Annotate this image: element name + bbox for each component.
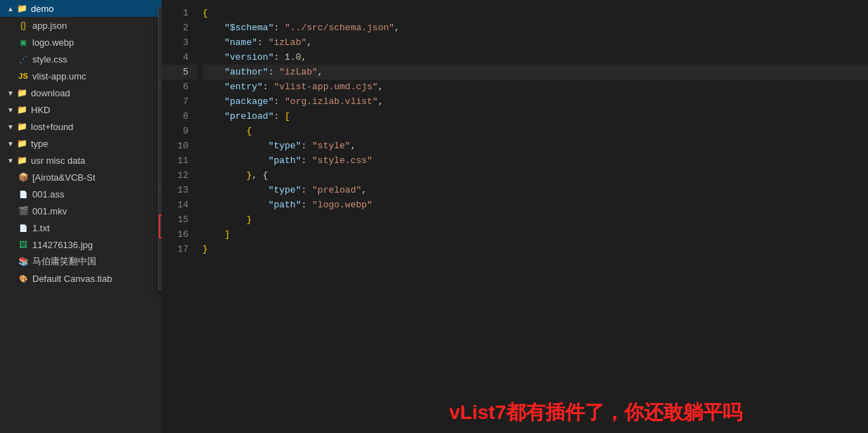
menu-item-cut[interactable]: ✂ 剪切 — [159, 89, 162, 112]
code-line: "entry": "vlist-app.umd.cjs", — [202, 79, 868, 94]
canvas-file-icon: 🎨 — [17, 272, 30, 285]
chevron-down-icon: ▼ — [6, 89, 15, 97]
tree-item-logo-webp[interactable]: ▣ logo.webp — [0, 34, 162, 51]
chevron-up-icon: ▲ — [6, 5, 15, 13]
chevron-down-icon: ▼ — [6, 106, 15, 114]
line-num: 14 — [162, 198, 197, 212]
book-file-icon: 📚 — [17, 255, 30, 268]
tree-item-001-ass[interactable]: 📄 001.ass — [0, 186, 162, 202]
folder-icon: 📁 — [15, 120, 28, 133]
context-menu: ⊕ 创建 ⇅ 上传 ↻ 刷新 ✂ 剪切 ⧉ 复制 🗑 删除 ⊟ 重命名 — [158, 7, 162, 290]
code-line: "type": "preload", — [202, 183, 868, 198]
line-num-active: 5 — [162, 65, 197, 79]
css-file-icon: ⋰ — [17, 53, 30, 65]
json-file-icon: {} — [17, 19, 30, 32]
menu-item-delete[interactable]: 🗑 删除 — [159, 136, 162, 160]
tree-root[interactable]: ▲ 📁 demo — [0, 0, 162, 17]
code-line: "path": "logo.webp" — [202, 198, 868, 212]
file-label: 001.mkv — [32, 206, 67, 216]
txt-file-icon: 📄 — [17, 221, 30, 234]
menu-item-upload[interactable]: ⇅ 上传 — [159, 34, 162, 58]
code-line: "$schema": "../src/schema.json", — [202, 20, 868, 35]
folder-label: lost+found — [31, 122, 73, 132]
line-num: 4 — [162, 50, 197, 65]
line-num: 13 — [162, 183, 197, 198]
tree-item-HKD[interactable]: ▼ 📁 HKD — [0, 101, 162, 118]
file-label: app.json — [32, 20, 67, 31]
code-line: } — [202, 242, 868, 257]
code-area[interactable]: { "$schema": "../src/schema.json", "name… — [197, 0, 868, 433]
line-num: 1 — [162, 6, 197, 20]
menu-item-refresh[interactable]: ↻ 刷新 — [159, 58, 162, 82]
tree-item-app-json[interactable]: {} app.json — [0, 17, 162, 34]
file-label: 1.txt — [32, 223, 50, 233]
tree-item-canvas[interactable]: 🎨 Default Canvas.tiab — [0, 270, 162, 287]
folder-icon: 📁 — [15, 137, 28, 150]
folder-icon: 📦 — [17, 171, 30, 183]
menu-item-import[interactable]: 导入VIIST应用 — [159, 214, 162, 238]
tree-item-lost-found[interactable]: ▼ 📁 lost+found — [0, 118, 162, 135]
tree-item-1-txt[interactable]: 📄 1.txt — [0, 219, 162, 236]
code-line: "package": "org.izlab.vlist", — [202, 94, 868, 109]
tree-item-usr-misc[interactable]: ▼ 📁 usr misc data — [0, 152, 162, 169]
folder-icon: 📁 — [15, 103, 28, 116]
menu-item-copy[interactable]: ⧉ 复制 — [159, 112, 162, 136]
editor-panel: 1 2 3 4 5 6 7 8 9 10 11 12 13 14 15 16 1… — [162, 0, 868, 433]
file-label: 001.ass — [32, 189, 65, 200]
tree-item-download[interactable]: ▼ 📁 download — [0, 84, 162, 101]
code-line: { — [202, 124, 868, 138]
line-num: 15 — [162, 212, 197, 227]
menu-item-rename[interactable]: ⊟ 重命名 — [159, 160, 162, 184]
line-num: 3 — [162, 35, 197, 50]
folder-icon: 📁 — [15, 154, 28, 167]
menu-divider — [159, 85, 162, 86]
chevron-down-icon: ▼ — [6, 157, 15, 164]
file-label: 马伯庸笑翻中国 — [32, 255, 96, 268]
line-num: 17 — [162, 242, 197, 257]
menu-item-folder-tools[interactable]: ⊟ 文件夹小工具 — [159, 238, 162, 262]
folder-icon: 📁 — [15, 2, 28, 15]
code-line: "preload": [ — [202, 109, 868, 124]
code-line: "path": "style.css" — [202, 153, 868, 168]
folder-label: usr misc data — [31, 155, 85, 166]
tree-item-style-css[interactable]: ⋰ style.css — [0, 51, 162, 67]
line-numbers: 1 2 3 4 5 6 7 8 9 10 11 12 13 14 15 16 1… — [162, 0, 197, 433]
file-label: 114276136.jpg — [32, 240, 93, 250]
tree-item-jpg[interactable]: 🖼 114276136.jpg — [0, 236, 162, 253]
code-line-active: "author": "izLab", — [202, 65, 868, 79]
file-label: logo.webp — [32, 37, 74, 48]
root-label: demo — [31, 4, 54, 14]
line-num: 10 — [162, 138, 197, 153]
tree-item-vlist-app[interactable]: JS vlist-app.umc — [0, 67, 162, 84]
code-line: { — [202, 6, 868, 20]
file-label: style.css — [32, 54, 67, 65]
menu-item-settings[interactable]: ⚙ 设置 — [159, 262, 162, 286]
code-line: } — [202, 212, 868, 227]
code-line: }, { — [202, 168, 868, 183]
editor-content: 1 2 3 4 5 6 7 8 9 10 11 12 13 14 15 16 1… — [162, 0, 868, 433]
folder-icon: 📁 — [15, 86, 28, 99]
code-line: "name": "izLab", — [202, 35, 868, 50]
folder-label: HKD — [31, 105, 50, 115]
webp-file-icon: ▣ — [17, 36, 30, 49]
menu-item-create[interactable]: ⊕ 创建 — [159, 11, 162, 34]
line-num: 6 — [162, 79, 197, 94]
file-label: vlist-app.umc — [32, 71, 86, 82]
menu-divider-2 — [159, 187, 162, 188]
tree-item-cn-book[interactable]: 📚 马伯庸笑翻中国 — [0, 253, 162, 270]
mkv-file-icon: 🎬 — [17, 205, 30, 217]
line-num: 16 — [162, 227, 197, 242]
chevron-down-icon: ▼ — [6, 123, 15, 131]
tree-item-type[interactable]: ▼ 📁 type — [0, 135, 162, 152]
code-line: ] — [202, 227, 868, 242]
chevron-down-icon: ▼ — [6, 140, 15, 148]
code-line: "version": 1.0, — [202, 50, 868, 65]
line-num: 11 — [162, 153, 197, 168]
folder-label: download — [31, 88, 70, 98]
ass-file-icon: 📄 — [17, 188, 30, 200]
tree-item-airota[interactable]: 📦 [Airota&VCB-St — [0, 169, 162, 186]
tree-item-001-mkv[interactable]: 🎬 001.mkv — [0, 202, 162, 219]
menu-item-goto[interactable]: ↗ 转到目录 — [159, 190, 162, 214]
file-label: [Airota&VCB-St — [32, 172, 96, 183]
line-num: 12 — [162, 168, 197, 183]
